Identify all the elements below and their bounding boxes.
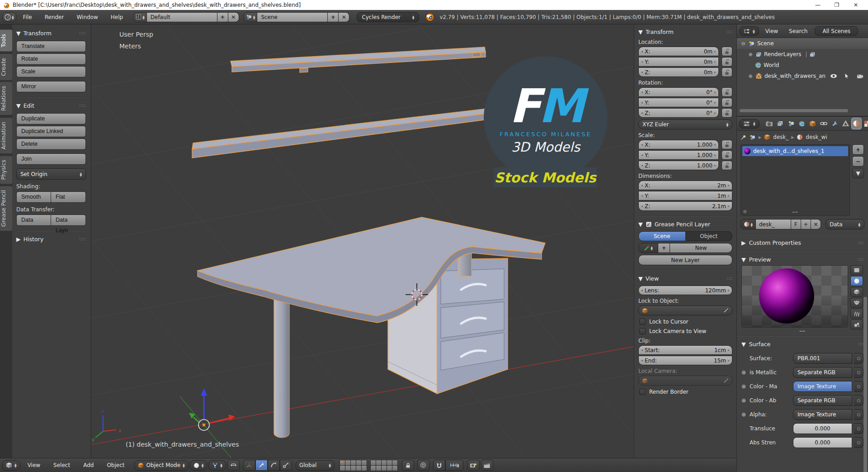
orientation-select[interactable]: Global ▲▼ xyxy=(296,460,335,471)
desk-leg[interactable] xyxy=(274,295,289,438)
node-socket-icon[interactable] xyxy=(854,367,863,378)
mode-select[interactable]: Object Mode ▲▼ xyxy=(134,460,188,471)
outliner-display-select[interactable]: ▲▼ xyxy=(740,26,759,36)
panel-grip-icon[interactable]: ∷∷ xyxy=(79,31,86,36)
screen-layout-field[interactable]: Default xyxy=(147,12,217,22)
gp-new-button[interactable]: New xyxy=(670,243,732,253)
add-scene-button[interactable]: + xyxy=(328,12,339,22)
color-ab-select[interactable]: Separate RGB xyxy=(793,395,852,406)
local-camera-field[interactable] xyxy=(638,376,732,386)
pivot-align-toggle[interactable] xyxy=(227,460,240,471)
render-opengl-anim-button[interactable] xyxy=(481,460,493,471)
tab-grease-pencil[interactable]: Grease Pencil xyxy=(0,186,12,231)
menu-object[interactable]: Object xyxy=(101,461,130,470)
gp-datablock-select[interactable]: ▲▼ xyxy=(638,243,658,253)
location-y-field[interactable]: ◂Y:0m▸ xyxy=(638,57,719,67)
slot-remove-button[interactable]: − xyxy=(852,156,864,167)
lock-icon[interactable] xyxy=(722,67,732,77)
duplicate-button[interactable]: Duplicate xyxy=(16,113,86,124)
menu-select[interactable]: Select xyxy=(47,461,76,470)
render-opengl-button[interactable] xyxy=(467,460,480,471)
proportional-edit-toggle[interactable] xyxy=(417,460,429,471)
lock-icon[interactable] xyxy=(722,140,732,149)
rotate-manipulator-button[interactable] xyxy=(268,460,280,471)
minimize-icon[interactable]: — xyxy=(808,2,827,8)
render-tab[interactable] xyxy=(764,118,774,129)
rotation-z-field[interactable]: ◂Z:0°▸ xyxy=(638,108,719,118)
shelf-boards[interactable] xyxy=(192,47,495,158)
node-socket-icon[interactable] xyxy=(854,395,863,406)
material-name-field[interactable]: desk_ xyxy=(756,219,791,229)
outliner-item-world[interactable]: World xyxy=(737,60,868,71)
custom-properties-header[interactable]: ▶Custom Properties∷∷ xyxy=(737,237,868,248)
pivot-select[interactable]: ▲▼ xyxy=(208,460,226,471)
material-browse-select[interactable]: ▲▼ xyxy=(741,219,756,229)
data-tab[interactable] xyxy=(841,118,850,129)
menu-render[interactable]: Render xyxy=(39,13,70,22)
outliner-item-scene[interactable]: ⊖ Scene xyxy=(737,38,868,49)
eyedropper-icon[interactable] xyxy=(723,378,729,383)
abs-strength-field[interactable]: 0.000 xyxy=(793,437,852,448)
rotate-button[interactable]: Rotate xyxy=(16,53,86,65)
preview-cube-button[interactable] xyxy=(850,287,863,297)
modifiers-tab[interactable] xyxy=(830,118,839,129)
preview-particles-button[interactable] xyxy=(850,319,863,329)
dimension-y-field[interactable]: ◂Y:1m▸ xyxy=(638,191,732,200)
tab-animation[interactable]: Animation xyxy=(0,118,12,153)
render-layers-tab[interactable] xyxy=(775,118,785,129)
checkbox-checked-icon[interactable]: ✓ xyxy=(646,221,652,228)
expand-icon[interactable]: ⊕ xyxy=(741,397,748,404)
node-socket-icon[interactable] xyxy=(854,437,863,448)
menu-view[interactable]: View xyxy=(22,461,46,470)
viewport-editor-select[interactable]: ▲▼ xyxy=(2,460,20,471)
node-socket-icon[interactable] xyxy=(854,423,863,434)
eyedropper-icon[interactable] xyxy=(723,308,729,313)
view-panel-header[interactable]: ▼View∷∷ xyxy=(638,275,732,282)
object-tab[interactable] xyxy=(808,118,817,129)
slot-add-button[interactable]: + xyxy=(852,144,864,155)
breadcrumb-object[interactable]: desk_ xyxy=(773,134,788,140)
manipulator-toggle[interactable] xyxy=(243,460,255,471)
join-button[interactable]: Join xyxy=(16,153,86,165)
render-border-checkbox[interactable] xyxy=(639,389,646,395)
lock-icon[interactable] xyxy=(722,108,732,118)
restore-icon[interactable]: ❐ xyxy=(827,2,846,8)
flat-button[interactable]: Flat xyxy=(51,191,86,203)
menu-window[interactable]: Window xyxy=(71,13,104,22)
breadcrumb-material[interactable]: desk_wi xyxy=(806,134,827,140)
preview-hair-button[interactable] xyxy=(850,309,863,319)
add-layout-button[interactable]: + xyxy=(217,12,228,22)
scale-z-field[interactable]: ◂Z:1.000▸ xyxy=(638,161,719,170)
panel-grip-icon[interactable]: ∷∷ xyxy=(858,257,863,262)
layer-grid-right[interactable] xyxy=(370,460,398,471)
pin-icon[interactable] xyxy=(741,134,746,140)
transform-panel-header[interactable]: ▼Transform∷∷ xyxy=(16,30,86,37)
properties-scrollbar[interactable] xyxy=(863,297,867,472)
location-z-field[interactable]: ◂Z:0m▸ xyxy=(638,67,719,77)
lock-icon[interactable] xyxy=(722,87,732,97)
material-tab[interactable] xyxy=(852,118,861,129)
rotation-x-field[interactable]: ◂X:0°▸ xyxy=(638,87,719,97)
preview-resize-grip[interactable]: ━━ xyxy=(737,329,868,333)
node-socket-icon[interactable] xyxy=(854,409,863,420)
preview-flat-button[interactable] xyxy=(850,265,863,275)
preview-sphere-button[interactable] xyxy=(850,276,863,286)
object-origin-gizmo[interactable] xyxy=(189,388,235,430)
tab-physics[interactable]: Physics xyxy=(0,156,12,184)
panel-grip-icon[interactable]: ∷∷ xyxy=(858,342,863,347)
shading-select[interactable]: ▲▼ xyxy=(190,460,208,471)
expand-icon[interactable]: ⊕ xyxy=(741,369,748,376)
gp-new-layer-button[interactable]: New Layer xyxy=(638,255,732,265)
material-slot-list[interactable]: desk_with_d...d_shelves_1 ⊕ ━━ xyxy=(741,144,850,216)
unlink-material-icon[interactable]: ✕ xyxy=(811,219,821,229)
panel-grip-icon[interactable]: ∷∷ xyxy=(726,29,732,34)
snap-element-select[interactable]: ▲▼ xyxy=(445,460,463,471)
menu-add[interactable]: Add xyxy=(77,461,99,470)
gp-add-icon[interactable]: + xyxy=(658,243,670,253)
surface-shader-select[interactable]: PBR.001 xyxy=(793,353,852,364)
tab-tools[interactable]: Tools xyxy=(0,30,12,52)
panel-grip-icon[interactable]: ∷∷ xyxy=(726,276,732,281)
panel-grip-icon[interactable]: ∷∷ xyxy=(79,103,86,108)
scale-x-field[interactable]: ◂X:1.000▸ xyxy=(638,140,719,149)
translate-button[interactable]: Translate xyxy=(16,41,86,52)
